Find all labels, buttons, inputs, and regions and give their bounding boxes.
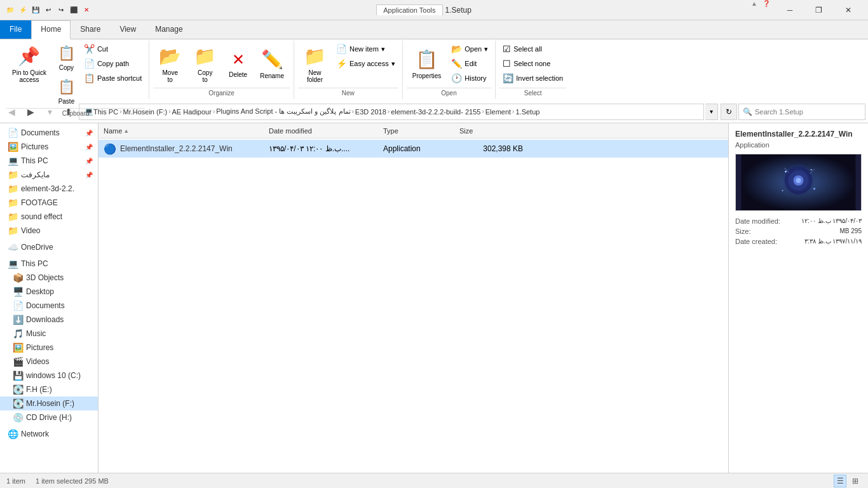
edit-button[interactable]: ✏️ Edit [448,57,491,71]
move-to-icon: 📂 [159,46,181,67]
large-icons-view-button[interactable]: ⊞ [849,475,862,487]
copy-label: Copy [59,64,74,71]
help-icon[interactable]: ❓ [763,0,770,20]
sidebar-item-soundeffect[interactable]: 📁 sound effect [0,210,98,224]
ribbon-toggle[interactable]: ▲ [751,0,757,20]
delete-icon[interactable]: ✕ [81,5,92,15]
sidebar-item-element3d[interactable]: 📁 element-3d-2.2. [0,182,98,196]
minimize-button[interactable]: ─ [775,0,804,20]
preview-date-modified-label: Date modified: [735,217,792,225]
col-header-type[interactable]: Type [383,127,459,135]
easy-access-label: Easy access [349,60,389,67]
ribbon-group-new: 📁 New folder 📄 New item ▾ ⚡ Easy access … [294,41,403,99]
tab-share[interactable]: Share [71,20,110,39]
sidebar-item-mrhosein[interactable]: 💽 Mr.Hosein (F:) [0,396,98,410]
paste-shortcut-button[interactable]: 📋 Paste shortcut [81,71,145,85]
sidebar-item-thispc[interactable]: 💻 This PC [0,257,98,271]
new-folder-button[interactable]: 📁 New folder [298,42,332,86]
properties-icon[interactable]: ⬛ [69,5,79,15]
move-to-button[interactable]: 📂 Move to [153,42,187,86]
preview-title: ElementInstaller_2.2.2.2147_Win [735,130,862,139]
sidebar-item-network[interactable]: 🌐 Network [0,427,98,441]
search-input[interactable] [755,108,861,116]
select-label: Select [499,88,566,98]
sidebar-item-3dobjects[interactable]: 📦 3D Objects [0,271,98,285]
pin-label: Pin to Quick access [12,69,46,83]
open-button[interactable]: 📂 Open ▾ [448,42,491,56]
cddrive-icon: 💿 [13,412,24,423]
address-segment-build: element-3d-2.2.2-build- 2155 › [391,108,485,116]
sidebar-item-footage[interactable]: 📁 FOOTAGE [0,196,98,210]
col-header-date[interactable]: Date modified [269,127,383,135]
file-type: Application [383,144,459,153]
select-all-icon: ☑ [503,44,511,54]
properties-ribbon-icon: 📋 [416,49,438,70]
easy-access-button[interactable]: ⚡ Easy access ▾ [333,57,398,71]
downloads-icon: ⬇️ [13,315,24,325]
sidebar-item-windows[interactable]: 💾 windows 10 (C:) [0,369,98,383]
sidebar-item-documents[interactable]: 📄 Documents 📌 [0,126,98,140]
search-bar[interactable]: 🔍 [738,104,865,120]
refresh-button[interactable]: ↻ [721,104,737,120]
sidebar-item-onedrive[interactable]: ☁️ OneDrive [0,240,98,254]
cut-button[interactable]: ✂️ Cut [81,42,145,56]
sidebar-item-thispc-quick[interactable]: 💻 This PC 📌 [0,154,98,168]
pin-icon: 📌 [18,46,40,67]
redo-icon[interactable]: ↪ [56,5,66,15]
sidebar-item-mycroft[interactable]: 📁 مایکرفت 📌 [0,168,98,182]
rename-button[interactable]: ✏️ Rename [254,42,290,86]
address-segment-setup: 1.Setup [515,108,539,116]
paste-button[interactable]: 📋 Paste [53,76,79,108]
copy-path-button[interactable]: 📄 Copy path [81,57,145,71]
properties-label: Properties [412,72,442,79]
file-size: 302,398 KB [459,144,523,153]
tab-file[interactable]: File [0,20,31,39]
clipboard-label: Clipboard [6,108,145,118]
copy-to-button[interactable]: 📁 Copy to [188,42,222,86]
sidebar-item-videos[interactable]: 🎬 Videos [0,355,98,369]
sidebar-item-docs[interactable]: 📄 Documents [0,299,98,313]
copy-button[interactable]: 📋 Copy [53,42,79,74]
save-icon[interactable]: 💾 [31,5,41,15]
paste-shortcut-label: Paste shortcut [97,74,142,82]
sidebar-item-downloads[interactable]: ⬇️ Downloads [0,313,98,327]
select-all-button[interactable]: ☑ Select all [499,42,566,56]
ribbon-group-select: ☑ Select all ☐ Select none 🔄 Invert sele… [496,41,570,99]
select-none-icon: ☐ [503,58,511,69]
preview-date-created-label: Date created: [735,238,792,245]
close-button[interactable]: ✕ [834,0,863,20]
sidebar-item-pics[interactable]: 🖼️ Pictures [0,341,98,355]
quick-access-icon[interactable]: ⚡ [18,5,28,15]
sidebar-item-desktop[interactable]: 🖥️ Desktop [0,285,98,299]
app-tools-tab[interactable]: Application Tools [376,4,442,15]
pictures-icon: 🖼️ [8,142,18,152]
history-button[interactable]: 🕐 History [448,71,491,85]
col-header-name[interactable]: Name ▲ [104,127,269,135]
properties-button[interactable]: 📋 Properties [407,42,447,86]
sidebar-item-video[interactable]: 📁 Video [0,224,98,238]
sidebar-item-fh[interactable]: 💽 F.H (E:) [0,383,98,396]
sidebar-item-pictures[interactable]: 🖼️ Pictures 📌 [0,140,98,154]
new-item-button[interactable]: 📄 New item ▾ [333,42,398,56]
delete-button[interactable]: ✕ Delete [223,42,253,86]
address-dropdown[interactable]: ▾ [705,104,718,120]
onedrive-icon: ☁️ [8,242,18,252]
documents-icon: 📄 [8,128,18,138]
address-segment-plugins: Plugins And Script - تمام پلاگین و اسکری… [216,107,355,116]
select-none-button[interactable]: ☐ Select none [499,57,566,71]
undo-icon[interactable]: ↩ [43,5,53,15]
address-bar[interactable]: 💻 This PC › Mr.Hosein (F:) › AE Hadipour… [79,104,704,120]
tab-manage[interactable]: Manage [146,20,192,39]
sidebar-item-music[interactable]: 🎵 Music [0,327,98,341]
details-view-button[interactable]: ☰ [834,475,846,487]
file-row[interactable]: 🔵 ElementInstaller_2.2.2.2147_Win ۱۳۹۵/۰… [98,140,728,158]
tab-view[interactable]: View [110,20,146,39]
sidebar-item-cddrive[interactable]: 💿 CD Drive (H:) [0,410,98,424]
tab-home[interactable]: Home [31,20,71,39]
col-header-size[interactable]: Size [459,127,523,135]
restore-button[interactable]: ❐ [804,0,834,20]
open-label: Open [465,45,482,53]
invert-selection-button[interactable]: 🔄 Invert selection [499,71,566,85]
pin-to-quickaccess-button[interactable]: 📌 Pin to Quick access [6,42,52,86]
windows-icon: 💾 [13,370,24,381]
